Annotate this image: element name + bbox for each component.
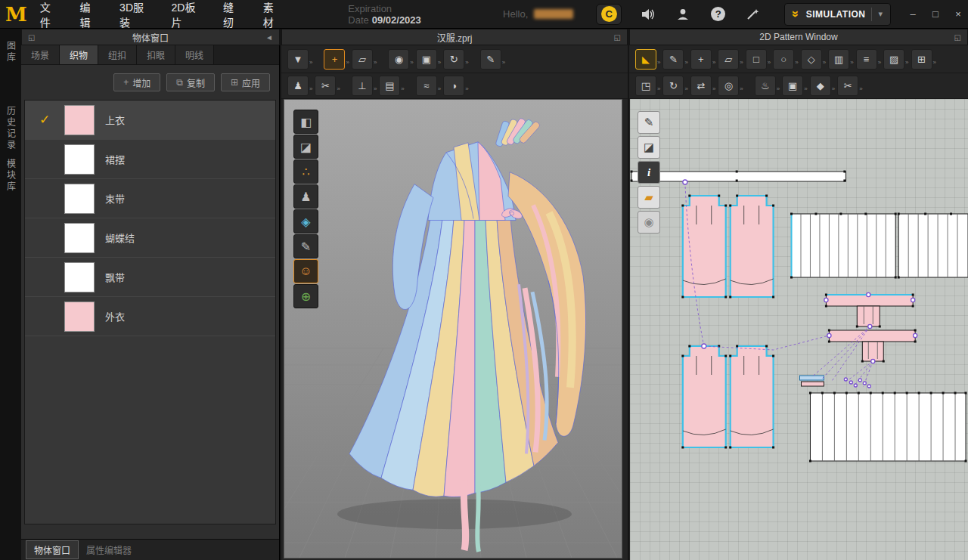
subtool-chevron-icon[interactable]: » <box>795 59 798 66</box>
menu-item-material[interactable]: 素材 <box>263 0 282 29</box>
menu-item-2d-pattern[interactable]: 2D板片 <box>172 0 202 29</box>
add-point-button[interactable]: + <box>690 49 712 70</box>
mesh-view-button[interactable]: ✎ <box>293 234 318 258</box>
avatar-pose-button[interactable]: ♟ <box>287 76 309 96</box>
sewing-3d-button[interactable]: ✎ <box>480 49 501 70</box>
viewport-3d-canvas[interactable]: ◧ ◪ ∴ ♟ ◈ ✎ ☺ ⊕ <box>284 99 622 558</box>
pattern-pleated-panel-b[interactable] <box>898 213 968 279</box>
menu-item-3d-garment[interactable]: 3D服装 <box>119 0 150 29</box>
rotate-pattern-button[interactable]: ↻ <box>662 76 684 96</box>
tab-buttonhole[interactable]: 扣眼 <box>137 45 175 64</box>
show-garment-button[interactable]: ◪ <box>293 135 318 159</box>
subtool-chevron-icon[interactable]: » <box>374 59 377 66</box>
sidebar-item-history[interactable]: 历史记录 <box>5 106 17 151</box>
menu-item-file[interactable]: 文件 <box>40 0 59 29</box>
fabric-row[interactable]: 飘带 <box>25 258 275 297</box>
subtool-chevron-icon[interactable]: » <box>823 59 826 66</box>
addons-button[interactable] <box>745 5 762 23</box>
fit-check-button[interactable]: ◑ <box>443 76 464 96</box>
collapse-panel-button[interactable]: ◄ <box>265 33 273 42</box>
environment-button[interactable]: ⊕ <box>293 284 318 308</box>
subtool-chevron-icon[interactable]: » <box>859 85 862 92</box>
fabric-swatch[interactable] <box>64 223 95 253</box>
popout-button[interactable]: ◱ <box>28 33 35 42</box>
wind-button[interactable]: ≈ <box>416 76 437 96</box>
tab-scene[interactable]: 场景 <box>21 45 60 64</box>
iron-button[interactable]: ♨ <box>755 76 776 96</box>
tab-topstitch[interactable]: 明线 <box>175 45 214 64</box>
sidebar-item-modules[interactable]: 模块库 <box>5 159 17 193</box>
fabric-swatch[interactable] <box>64 105 95 135</box>
lock-patterns-button[interactable]: ◉ <box>638 211 660 234</box>
subtool-chevron-icon[interactable]: » <box>657 85 660 92</box>
transform-pattern-button[interactable]: ◣ <box>635 49 656 70</box>
subtool-chevron-icon[interactable]: » <box>438 85 441 92</box>
sidebar-item-library[interactable]: 图库 <box>5 41 17 63</box>
menu-item-sewing[interactable]: 缝纫 <box>223 0 242 29</box>
popout-button[interactable]: ◱ <box>954 33 961 42</box>
select-move-button[interactable]: + <box>324 49 345 70</box>
sewing-2d-button[interactable]: ◆ <box>810 76 831 96</box>
add-fabric-button[interactable]: + 增加 <box>113 73 160 91</box>
fabric-row[interactable]: ✓ 上衣 <box>25 101 275 140</box>
minimize-button[interactable]: – <box>903 8 923 21</box>
subtool-chevron-icon[interactable]: » <box>657 59 660 66</box>
pattern-pleated-panel-bottom[interactable] <box>809 392 967 463</box>
fabric-row[interactable]: 蝴蝶结 <box>25 218 275 258</box>
subtool-chevron-icon[interactable]: » <box>740 85 743 92</box>
fabric-swatch[interactable] <box>64 302 95 332</box>
shrink-fabric-button[interactable]: ▣ <box>782 76 803 96</box>
speaker-button[interactable] <box>640 5 656 23</box>
library-folder-button[interactable]: ▰ <box>638 186 660 209</box>
subtool-chevron-icon[interactable]: » <box>933 59 936 66</box>
show-avatar-button[interactable]: ♟ <box>293 184 318 209</box>
subtool-chevron-icon[interactable]: » <box>712 85 715 92</box>
simulation-button[interactable]: » SIMULATION ▾ <box>784 3 891 26</box>
subtool-chevron-icon[interactable]: » <box>374 85 377 92</box>
circle-button[interactable]: ○ <box>773 49 794 70</box>
arrange-garment-button[interactable]: ▣ <box>416 49 437 70</box>
select-box-button[interactable]: ▱ <box>352 49 373 70</box>
reset-arrangement-button[interactable]: ↻ <box>443 49 464 70</box>
subtool-chevron-icon[interactable]: » <box>309 85 312 92</box>
subtool-chevron-icon[interactable]: » <box>684 59 687 66</box>
fabric-row[interactable]: 外衣 <box>25 297 275 336</box>
subtool-chevron-icon[interactable]: » <box>337 85 340 92</box>
garment-display-2d-button[interactable]: ◪ <box>638 136 660 159</box>
tack-on-avatar-button[interactable]: ⊥ <box>352 76 373 96</box>
pattern-collar-cross-1[interactable] <box>825 294 914 328</box>
close-button[interactable]: × <box>948 8 968 21</box>
subtool-chevron-icon[interactable]: » <box>768 59 771 66</box>
fold-garment-button[interactable]: ▤ <box>379 76 400 96</box>
texture-editor-button[interactable]: ▨ <box>883 49 904 70</box>
apply-fabric-button[interactable]: ⊞ 应用 <box>221 73 270 91</box>
subtool-chevron-icon[interactable]: » <box>878 59 881 66</box>
move-pattern-button[interactable]: ◳ <box>635 76 656 96</box>
pleats-button[interactable]: ▥ <box>828 49 849 70</box>
pattern-waistband[interactable] <box>630 171 845 182</box>
subtool-chevron-icon[interactable]: » <box>309 59 312 66</box>
subtool-chevron-icon[interactable]: » <box>438 59 441 66</box>
account-button[interactable] <box>675 5 691 23</box>
fabric-swatch[interactable] <box>64 144 95 175</box>
hanfu-garment-3d[interactable] <box>349 117 586 552</box>
dart-button[interactable]: ◇ <box>801 49 822 70</box>
simulate-button[interactable]: ▼ <box>287 49 309 70</box>
pattern-sleeve-pair-upper[interactable] <box>681 195 774 299</box>
baste-button[interactable]: ✂ <box>837 76 858 96</box>
view-cube-button[interactable]: ◧ <box>293 110 318 134</box>
subtool-chevron-icon[interactable]: » <box>684 85 687 92</box>
zoom-tool-button[interactable]: ◎ <box>718 76 739 96</box>
subtool-chevron-icon[interactable]: » <box>410 59 413 66</box>
tab-property-editor[interactable]: 属性编辑器 <box>86 543 132 556</box>
polygon-button[interactable]: ▱ <box>718 49 739 70</box>
surface-texture-button[interactable]: ◈ <box>293 209 318 234</box>
grading-button[interactable]: ⊞ <box>911 49 932 70</box>
pattern-ties[interactable] <box>799 376 824 386</box>
chevron-down-icon[interactable]: ▾ <box>878 9 883 19</box>
subtool-chevron-icon[interactable]: » <box>777 85 780 92</box>
pattern-pleated-panel-a[interactable] <box>790 213 897 279</box>
flip-pattern-button[interactable]: ⇄ <box>690 76 712 96</box>
restore-button[interactable]: □ <box>926 8 945 21</box>
fabric-swatch[interactable] <box>64 262 95 292</box>
